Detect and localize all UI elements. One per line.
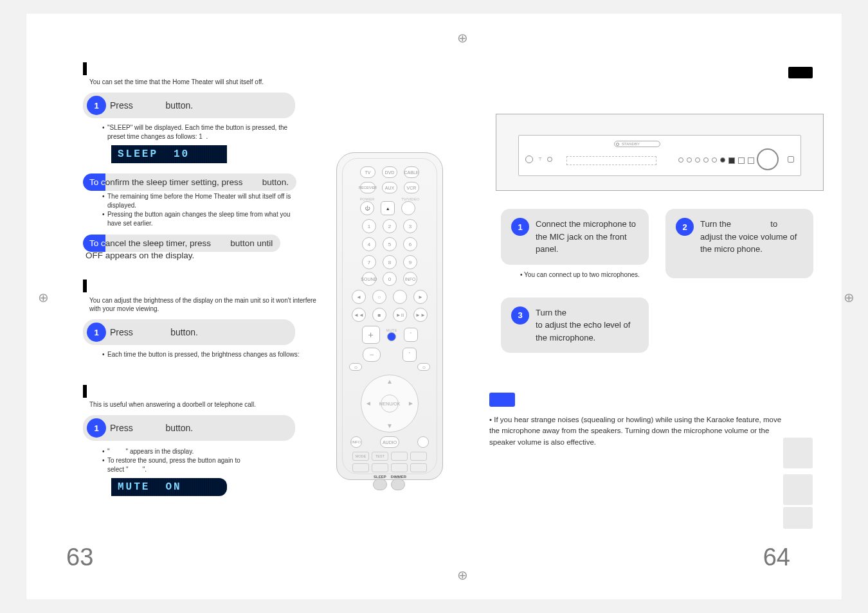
remote-info-btn: INFO: [403, 272, 417, 286]
remote-zoom-btn: [417, 436, 429, 448]
mute-display: MUTE ON: [111, 478, 227, 496]
sleep-display-label: SLEEP: [118, 148, 158, 160]
remote-grid-btn: [410, 463, 427, 472]
remote-dimmer-label: DIMMER: [391, 475, 406, 479]
mute-intro: This is useful when answering a doorbell…: [89, 400, 327, 409]
remote-btn-cable: CABLE: [404, 166, 419, 178]
button-label: button.: [170, 327, 198, 337]
remote-grid-btn: TEST: [372, 452, 388, 461]
remote-key: 3: [403, 219, 417, 233]
remote-eject-icon: ▲: [381, 201, 395, 215]
power-icon: ⏻: [360, 201, 374, 215]
remote-key: 9: [403, 255, 417, 269]
mute-bullet: To restore the sound, press the button a…: [102, 456, 300, 474]
cancel-mid: button until: [230, 238, 273, 248]
sleep-display: SLEEP 10: [111, 145, 227, 163]
press-label: Press: [110, 100, 133, 111]
press-label: Press: [110, 423, 133, 433]
remote-ch-up-icon: ˄: [404, 328, 418, 342]
crop-mark-icon: ⊕: [38, 290, 49, 305]
remote-grid-btn: [391, 452, 408, 461]
remote-key: 8: [383, 255, 397, 269]
sleep-display-value: 10: [174, 148, 190, 160]
section-marker-icon: [83, 385, 87, 398]
page-number-left: 63: [66, 544, 93, 571]
sleep-sub: "SLEEP" will be displayed. Each time the…: [95, 123, 300, 141]
confirm-bullets: The remaining time before the Home Theat…: [95, 192, 300, 228]
sleep-intro: You can set the time that the Home Theat…: [89, 78, 327, 86]
remote-dpad: ▲ ▼ ◄ ► MENU/OK: [361, 375, 419, 432]
remote-tvvideo-label: TV/VIDEO: [401, 197, 419, 201]
device-front-diagram: STANDBY ⊤: [496, 114, 824, 191]
remote-vol-up-icon: +: [362, 326, 380, 344]
remote-repeat-icon: [393, 290, 407, 304]
remote-zero-btn: 0: [383, 272, 397, 286]
mic-count-note: You can connect up to two microphones.: [520, 271, 649, 278]
remote-power-label: POWER: [360, 197, 375, 201]
remote-sleep-btn: [373, 479, 387, 490]
mute-display-label: MUTE: [118, 481, 150, 493]
confirm-callout: To confirm the sleep timer setting, pres…: [83, 177, 296, 187]
note-heading-icon: [489, 393, 515, 407]
step-number-badge: 1: [87, 96, 106, 115]
dpad-down-icon: ▼: [361, 422, 418, 429]
card3-rest: to adjust the echo level of the micropho…: [536, 320, 630, 342]
mic-volume-card: 2 Turn the to adjust the voice volume of…: [665, 209, 813, 278]
remote-menu-btn: ⊙: [349, 363, 362, 371]
mute-bullets: " " appears in the display. To restore t…: [95, 447, 300, 474]
remote-grid-btn: [410, 452, 427, 461]
remote-vol-down-icon: −: [363, 348, 381, 362]
sleep-sub-text: "SLEEP" will be displayed. Each time the…: [107, 124, 287, 140]
dimmer-intro: You can adjust the brightness of the dis…: [89, 296, 327, 313]
remote-key: 4: [362, 237, 376, 251]
confirm-prefix: onfirm the sleep timer setting, press: [105, 177, 243, 187]
step-number-badge: 1: [87, 323, 106, 342]
mute-display-value: ON: [165, 481, 181, 493]
crop-mark-icon: ⊕: [457, 567, 468, 583]
crop-mark-icon: ⊕: [844, 290, 854, 305]
remote-ch-down-icon: ˅: [402, 348, 417, 362]
remote-btn-aux: AUX: [382, 182, 397, 193]
remote-key: 5: [383, 237, 397, 251]
remote-rec-icon: ○: [372, 290, 386, 304]
button-label: button.: [165, 423, 193, 433]
remote-audio-btn: AUDIO: [380, 436, 399, 448]
dimmer-step-row: 1 Press button.: [83, 319, 295, 345]
note-text: If you hear strange noises (squealing or…: [489, 414, 785, 448]
remote-btn-tv: TV: [360, 166, 375, 178]
remote-next-icon: ►: [413, 290, 428, 304]
remote-return-btn: ⊙: [417, 363, 430, 371]
button-label: button.: [165, 100, 193, 111]
remote-diagram: TV DVD CABLE RECEIVER AUX VCR POWER ⏻ ▲: [336, 152, 443, 480]
remote-info2-btn: INFO: [350, 436, 362, 448]
remote-rew-icon: ◄◄: [352, 308, 366, 322]
remote-grid-btn: [352, 463, 369, 472]
remote-ff-icon: ►►: [413, 308, 428, 322]
crop-mark-icon: ⊕: [457, 30, 468, 46]
dpad-up-icon: ▲: [361, 378, 418, 385]
remote-sleep-label: SLEEP: [373, 475, 387, 479]
remote-btn-dvd: DVD: [382, 166, 397, 178]
remote-mute-label: MUTE: [386, 328, 397, 332]
confirm-bullet: The remaining time before the Home Theat…: [102, 192, 300, 210]
device-volume-knob: [757, 148, 779, 170]
note-section: If you hear strange noises (squealing or…: [489, 393, 843, 448]
remote-btn-receiver: RECEIVER: [360, 182, 375, 193]
card2-mid: adjust the voice volume of the micro pho…: [700, 232, 797, 254]
remote-play-icon: ►II: [393, 308, 407, 322]
device-phones-icon: [547, 157, 552, 162]
dimmer-sub: Each time the button is pressed, the bri…: [95, 350, 300, 359]
device-display: STANDBY: [614, 141, 660, 147]
remote-bottom-grid: MODE TEST: [343, 452, 437, 472]
card3-pre: Turn the: [536, 308, 566, 317]
remote-key: 7: [362, 255, 376, 269]
mute-step-row: 1 Press button.: [83, 415, 295, 441]
remote-ok-btn: MENU/OK: [381, 395, 399, 413]
mute-bullet: " " appears in the display.: [102, 447, 300, 456]
step-number-badge: 1: [511, 218, 529, 236]
remote-grid-btn: [391, 463, 408, 472]
remote-prev-icon: ◄: [352, 290, 366, 304]
page-number-right: 64: [763, 544, 790, 571]
remote-grid-btn: [372, 463, 388, 472]
echo-level-card: 3 Turn the to adjust the echo level of t…: [501, 298, 649, 353]
